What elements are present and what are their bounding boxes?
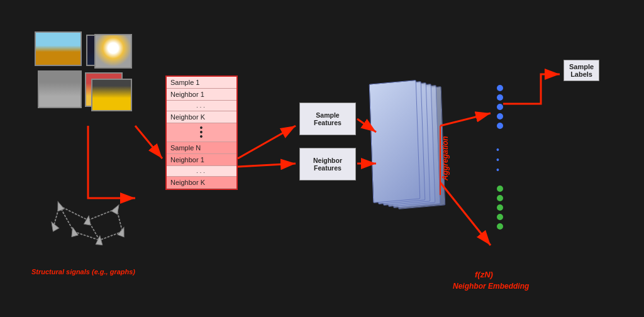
green-dot-col (497, 186, 503, 230)
svg-line-18 (238, 164, 296, 167)
photo-flower (94, 34, 132, 69)
graph-sketch: Structural signals (e.g., graphs) (38, 189, 138, 264)
stacked-layers (371, 82, 434, 220)
svg-marker-10 (111, 203, 122, 214)
layer-front (369, 80, 421, 203)
dot-green-2 (497, 195, 503, 201)
svg-marker-11 (69, 226, 78, 237)
sample-features-box: Sample Features (299, 103, 356, 135)
list-item-neighbork-b: Neighbor K (167, 177, 236, 189)
dot-green-4 (497, 214, 503, 220)
svg-marker-8 (55, 201, 64, 211)
dot-blue-2 (497, 94, 503, 101)
list-item-dots2: ... (167, 166, 236, 177)
photo-cat (38, 70, 82, 108)
sample-labels-box: Sample Labels (564, 60, 599, 81)
photo-bridge (35, 31, 82, 66)
neighbor-features-box: Neighbor Features (299, 148, 356, 181)
dot-blue-5 (497, 123, 503, 129)
svg-marker-12 (96, 235, 103, 245)
svg-marker-9 (84, 215, 92, 225)
svg-line-17 (238, 126, 296, 158)
dot-blue-3 (497, 104, 503, 110)
diagram: Structural signals (e.g., graphs) Neighb… (0, 0, 644, 317)
dot-green-1 (497, 186, 503, 192)
graph-label: Structural signals (e.g., graphs) (31, 268, 135, 275)
svg-line-22 (440, 182, 491, 245)
svg-marker-14 (48, 220, 59, 231)
list-item-neighbork-a: Neighbor K (167, 111, 236, 123)
graph-svg (38, 189, 138, 252)
aggregation-label: Aggregation (441, 136, 450, 181)
list-item-sample1: Sample 1 (167, 77, 236, 89)
list-item-dots1: ... (167, 101, 236, 111)
svg-marker-13 (118, 226, 127, 236)
svg-line-21 (440, 113, 491, 126)
list-box: Sample 1 Neighbor 1 ... Neighbor K ••• S… (165, 75, 238, 190)
dot-separator2: • (496, 155, 499, 165)
list-item-vdots: ••• (167, 123, 236, 142)
svg-line-16 (135, 126, 162, 158)
dot-green-5 (497, 223, 503, 230)
list-item-neighbor1b: Neighbor 1 (167, 154, 236, 166)
neighbor-embedding-text: Neighbor Embedding (453, 282, 529, 291)
blue-dot-col-top (497, 85, 503, 129)
dot-separator3: • (496, 165, 499, 175)
photo-car (91, 79, 132, 111)
list-item-samplen: Sample N (167, 142, 236, 154)
dot-blue-4 (497, 113, 503, 120)
dot-blue-1 (497, 85, 503, 91)
dot-separator: • (496, 145, 499, 155)
list-item-neighbor1a: Neighbor 1 (167, 89, 236, 101)
photo-collage (35, 31, 135, 126)
neighbor-embedding-formula: f(zN) (475, 270, 493, 279)
dot-green-3 (497, 204, 503, 211)
